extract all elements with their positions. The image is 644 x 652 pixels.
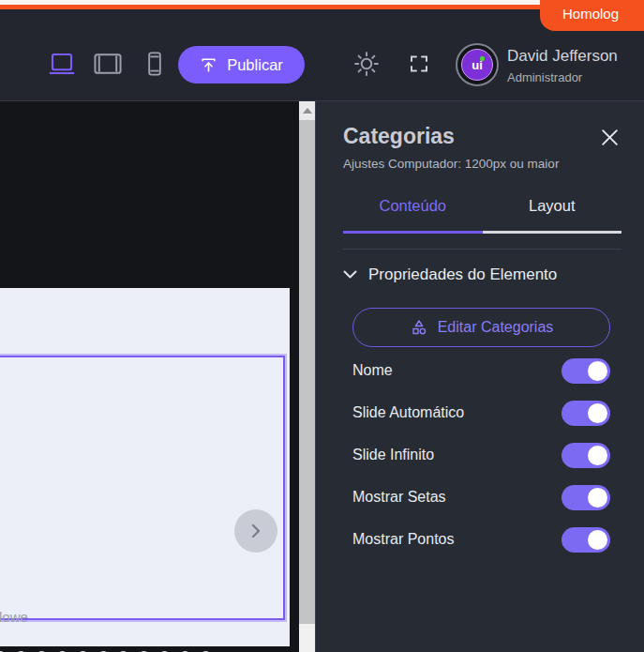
- panel-tabs: Conteúdo Layout: [343, 197, 622, 234]
- panel-title: Categorias: [343, 124, 455, 149]
- device-tablet-button[interactable]: [92, 48, 124, 80]
- close-panel-button[interactable]: [598, 126, 622, 149]
- toggle-knob: [588, 446, 607, 465]
- panel-subtitle: Ajustes Computador: 1200px ou maior: [343, 157, 622, 171]
- toggle-row: Slide Automático: [352, 400, 610, 426]
- user-name: David Jefferson: [507, 47, 618, 66]
- toggle-knob: [588, 361, 607, 381]
- toggle-switch[interactable]: [562, 485, 610, 510]
- toggle-label: Mostrar Setas: [352, 489, 446, 506]
- user-info[interactable]: David Jefferson Administrador: [507, 47, 618, 84]
- toggle-label: Nome: [352, 362, 393, 379]
- desktop-icon: [48, 50, 76, 78]
- toggle-label: Slide Infinito: [352, 447, 434, 463]
- section-label: Propriedades do Elemento: [368, 265, 557, 284]
- publish-upload-icon: [200, 56, 217, 74]
- mobile-icon: [142, 50, 168, 78]
- publish-label: Publicar: [227, 56, 283, 74]
- section-properties-header[interactable]: Propriedades do Elemento: [343, 265, 622, 284]
- toggle-knob: [588, 530, 607, 550]
- toggle-label: Slide Automático: [352, 404, 464, 421]
- toggle-knob: [588, 403, 607, 423]
- canvas-scrollbar[interactable]: [299, 101, 315, 652]
- toggle-switch[interactable]: [562, 443, 610, 468]
- toggle-switch[interactable]: [562, 358, 610, 384]
- scrollbar-thumb[interactable]: [299, 120, 315, 624]
- editor-canvas: lowe: [0, 101, 299, 652]
- brightness-button[interactable]: [351, 48, 382, 80]
- selected-element-outline[interactable]: lowe: [0, 356, 285, 620]
- page-preview: lowe: [0, 288, 290, 646]
- chevron-down-icon: [343, 270, 357, 280]
- scroll-up-icon: [303, 108, 312, 114]
- shapes-category-icon: [410, 318, 428, 337]
- tab-conteudo[interactable]: Conteúdo: [343, 197, 483, 234]
- toggle-row: Nome: [352, 357, 610, 384]
- toggle-row: Slide Infinito: [352, 442, 610, 468]
- edit-categories-button[interactable]: Editar Categorias: [352, 308, 610, 347]
- toggle-row: Mostrar Setas: [352, 484, 610, 510]
- brightness-icon: [352, 50, 381, 78]
- fullscreen-icon: [408, 53, 430, 75]
- divider: [343, 249, 622, 250]
- publish-button[interactable]: Publicar: [178, 46, 305, 83]
- fullscreen-button[interactable]: [403, 48, 435, 80]
- avatar-logo: ui: [461, 49, 493, 81]
- toggle-row: Mostrar Pontos: [352, 526, 610, 553]
- tablet-icon: [93, 50, 123, 78]
- device-mobile-button[interactable]: [139, 48, 171, 80]
- toggle-label: Mostrar Pontos: [352, 531, 454, 548]
- user-role: Administrador: [507, 70, 618, 84]
- environment-badge: Homolog: [540, 0, 644, 31]
- toggle-switch[interactable]: [562, 527, 610, 553]
- avatar[interactable]: ui: [456, 43, 499, 86]
- toggle-knob: [588, 488, 607, 508]
- device-desktop-button[interactable]: [46, 48, 78, 80]
- carousel-dots: [0, 357, 283, 618]
- tab-layout[interactable]: Layout: [483, 197, 622, 234]
- scrollbar-up-button[interactable]: [299, 101, 315, 120]
- edit-categories-label: Editar Categorias: [438, 319, 554, 336]
- close-icon: [600, 128, 620, 147]
- toggle-list: NomeSlide AutomáticoSlide InfinitoMostra…: [343, 357, 622, 553]
- settings-panel: Categorias Ajustes Computador: 1200px ou…: [315, 101, 644, 652]
- toggle-switch[interactable]: [562, 401, 610, 426]
